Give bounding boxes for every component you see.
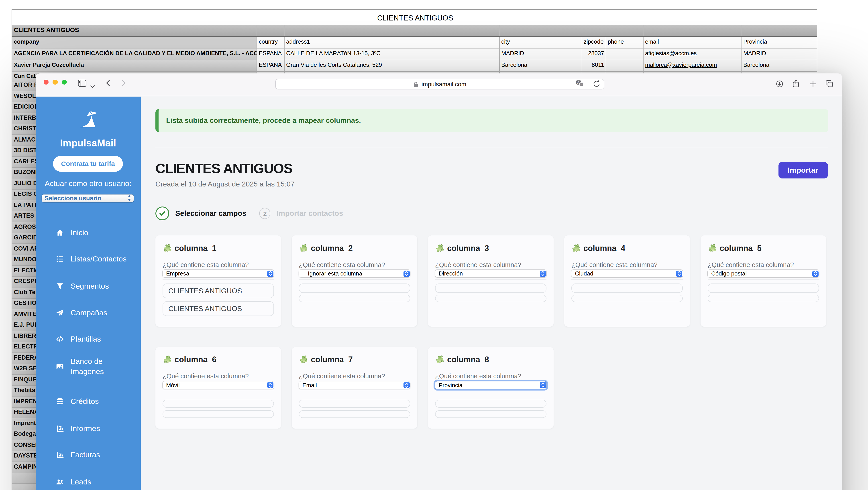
svg-text:x: x: [581, 83, 582, 86]
svg-text:A: A: [577, 80, 580, 84]
